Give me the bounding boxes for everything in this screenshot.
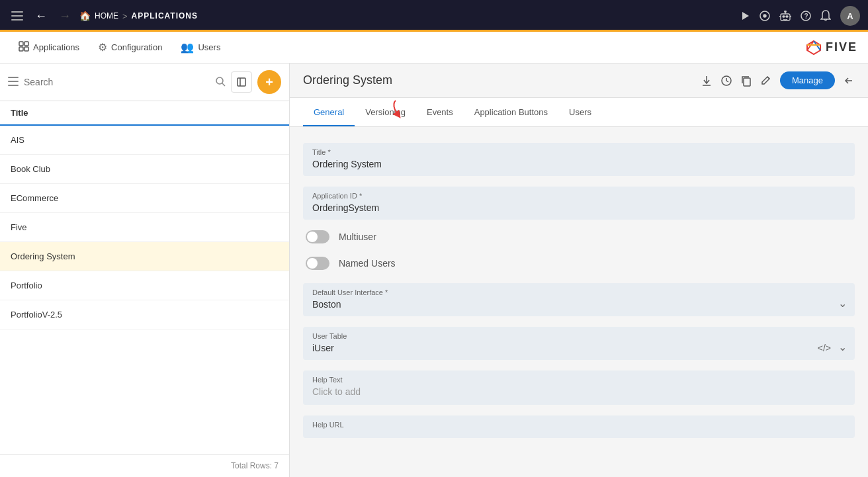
svg-rect-17 [19,47,23,51]
user-table-field[interactable]: User Table iUser </> ⌄ [303,327,855,360]
named-users-toggle-row: Named Users [303,257,855,270]
svg-rect-1 [11,15,23,17]
title-field: Title * Ordering System [303,143,855,176]
sidebar-menu-icon[interactable] [8,77,19,88]
search-input[interactable] [24,77,210,87]
tab-application-buttons[interactable]: Application Buttons [464,98,558,126]
application-id-field-inner[interactable]: Application ID * OrderingSystem [303,187,855,220]
configuration-icon: ⚙ [98,41,107,54]
list-item-ecommerce[interactable]: ECommerce [0,184,289,213]
user-table-label: User Table [312,332,846,340]
content-header: Ordering System [290,64,868,98]
content-back-icon[interactable] [843,75,855,87]
svg-rect-28 [238,78,245,86]
nav-applications[interactable]: Applications [11,36,87,60]
svg-line-36 [767,77,769,79]
help-text-field-inner[interactable]: Help Text Click to add [303,370,855,405]
play-icon[interactable] [740,11,750,21]
copy-icon[interactable] [740,75,752,87]
tab-versioning[interactable]: Versioning [355,98,416,126]
notification-icon[interactable] [820,10,831,22]
svg-rect-0 [11,11,23,13]
help-icon[interactable]: ? [801,11,811,21]
right-content: Ordering System [290,64,868,477]
user-table-dropdown-icon[interactable]: ⌄ [838,341,847,353]
users-label: Users [198,42,220,52]
main-layout: + Title AIS Book Club ECommerce Five Ord… [0,64,868,477]
help-url-field-inner[interactable]: Help URL [303,415,855,438]
default-ui-label: Default User Interface * [312,288,846,296]
forward-nav-icon[interactable]: → [56,7,74,25]
user-table-code-icon[interactable]: </> [818,343,831,353]
home-icon: 🏠 [79,11,91,21]
help-url-field: Help URL [303,415,855,438]
download-icon[interactable] [701,75,713,87]
help-text-label: Help Text [312,376,846,384]
breadcrumb: 🏠 HOME > APPLICATIONS [79,11,198,21]
multiuser-toggle[interactable] [306,230,329,243]
svg-rect-16 [24,42,28,46]
configuration-label: Configuration [111,42,162,52]
home-label[interactable]: HOME [95,11,118,21]
default-ui-value: Boston [312,299,846,310]
sidebar-search-bar: + [0,64,289,101]
title-field-value: Ordering System [312,159,382,169]
list-item-book-club[interactable]: Book Club [0,155,289,184]
user-avatar[interactable]: A [840,6,860,26]
svg-line-34 [726,81,728,82]
application-id-label: Application ID * [312,192,846,200]
sidebar-list: AIS Book Club ECommerce Five Ordering Sy… [0,126,289,454]
content-title: Ordering System [303,73,701,87]
add-button[interactable]: + [257,70,281,94]
nav-configuration[interactable]: ⚙ Configuration [90,36,170,59]
tab-events[interactable]: Events [416,98,464,126]
svg-rect-18 [24,47,28,51]
tab-users[interactable]: Users [558,98,602,126]
top-nav-left: ← → 🏠 HOME > APPLICATIONS [8,7,734,25]
expand-icon[interactable] [231,71,252,93]
manage-button[interactable]: Manage [780,71,835,89]
five-brand-text: FIVE [826,40,857,54]
edit-icon[interactable] [760,75,772,87]
list-item-ais[interactable]: AIS [0,126,289,155]
svg-text:?: ? [804,13,808,20]
svg-rect-15 [19,42,23,46]
multiuser-toggle-row: Multiuser [303,230,855,243]
list-item-portfolio-v25[interactable]: PortfolioV-2.5 [0,300,289,329]
chat-bubble-icon[interactable] [760,11,770,21]
svg-rect-25 [8,85,19,86]
help-text-placeholder: Click to add [312,386,361,397]
svg-rect-24 [8,81,19,82]
user-table-value: iUser [312,343,846,353]
list-item-ordering-system[interactable]: Ordering System [0,242,289,271]
robot-icon[interactable] [779,11,791,21]
default-ui-field[interactable]: Default User Interface * Boston ⌄ [303,283,855,316]
svg-rect-2 [11,19,23,21]
sidebar-footer: Total Rows: 7 [0,454,289,477]
help-url-label: Help URL [312,421,846,429]
search-input-wrap [24,77,210,87]
application-id-field: Application ID * OrderingSystem [303,187,855,220]
named-users-toggle[interactable] [306,257,329,270]
five-logo: FIVE [804,40,857,56]
svg-line-27 [222,83,225,86]
help-text-field: Help Text Click to add [303,370,855,405]
title-field-inner[interactable]: Title * Ordering System [303,143,855,176]
users-icon: 👥 [181,41,194,54]
applications-label: Applications [33,42,79,52]
svg-point-5 [763,15,766,17]
clock-icon[interactable] [720,75,732,87]
current-page-label: APPLICATIONS [132,11,198,21]
default-ui-dropdown-icon[interactable]: ⌄ [838,297,847,310]
svg-point-26 [216,77,223,84]
nav-users[interactable]: 👥 Users [173,36,228,59]
title-field-label: Title * [312,148,846,156]
menu-icon[interactable] [8,7,26,25]
tab-general[interactable]: General [303,98,355,126]
list-item-five[interactable]: Five [0,213,289,242]
content-actions: Manage [701,71,855,89]
top-nav-right: ? A [740,6,860,26]
list-item-portfolio[interactable]: Portfolio [0,271,289,300]
search-icon[interactable] [215,76,226,89]
back-nav-icon[interactable]: ← [32,7,50,25]
